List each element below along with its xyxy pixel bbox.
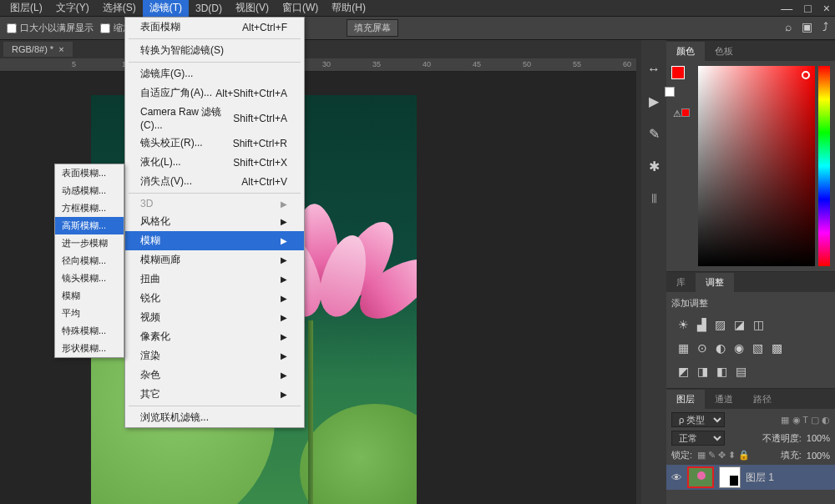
lock-option-icon[interactable]: ⬍ xyxy=(728,450,738,460)
fit-screen-checkbox[interactable]: 口大小以满屏显示 xyxy=(7,22,94,34)
tab-adjustments[interactable]: 调整 xyxy=(696,273,734,292)
visibility-icon[interactable]: 👁 xyxy=(671,471,682,484)
color-field[interactable] xyxy=(698,66,815,266)
document-tab-close-icon[interactable]: × xyxy=(58,44,63,54)
dock-icon-para[interactable]: ⫴ xyxy=(651,191,657,206)
minimize-icon[interactable]: — xyxy=(781,2,792,15)
tab-channels[interactable]: 通道 xyxy=(705,390,743,409)
layer-filter-icon[interactable]: ▢ xyxy=(811,415,822,425)
tab-paths[interactable]: 路径 xyxy=(743,390,782,409)
filter-menu-item[interactable]: 消失点(V)...Alt+Ctrl+V xyxy=(125,172,304,191)
menu-layer[interactable]: 图层(L) xyxy=(3,0,49,17)
lock-option-icon[interactable]: ✥ xyxy=(718,450,728,460)
tab-color[interactable]: 颜色 xyxy=(666,42,705,61)
blur-menu-item[interactable]: 径向模糊... xyxy=(55,252,124,270)
dock-icon-nav[interactable]: ↔ xyxy=(647,62,660,77)
filter-menu-item[interactable]: 风格化▶ xyxy=(125,212,304,231)
adjustment-preset-icon[interactable]: ▨ xyxy=(715,318,726,331)
blur-menu-item[interactable]: 镜头模糊... xyxy=(55,270,124,287)
layer-filter-icon[interactable]: ◉ xyxy=(792,415,803,425)
menu-filter[interactable]: 滤镜(T) xyxy=(143,0,189,17)
adjustment-preset-icon[interactable]: ◐ xyxy=(716,341,726,355)
layer-thumbnail[interactable] xyxy=(687,466,714,488)
filter-menu-item[interactable]: 模糊▶ xyxy=(125,231,304,250)
adjustment-preset-icon[interactable]: ▟ xyxy=(697,318,706,331)
adjustment-preset-icon[interactable]: ▩ xyxy=(772,341,782,355)
filter-menu-item[interactable]: 模糊画廊▶ xyxy=(125,250,304,270)
document-tab[interactable]: RGB/8#) * × xyxy=(3,42,73,57)
adjustment-preset-icon[interactable]: ⊙ xyxy=(697,341,707,355)
filter-menu-item[interactable]: 镜头校正(R)...Shift+Ctrl+R xyxy=(125,134,304,153)
dock-icon-play[interactable]: ▶ xyxy=(649,93,659,109)
maximize-icon[interactable]: □ xyxy=(804,2,811,15)
adjustment-preset-icon[interactable]: ▧ xyxy=(752,341,763,355)
gamut-swatch[interactable] xyxy=(681,108,690,117)
blur-menu-item[interactable]: 动感模糊... xyxy=(55,182,124,199)
close-icon[interactable]: × xyxy=(823,2,830,15)
adjustment-preset-icon[interactable]: ☀ xyxy=(678,318,689,331)
layer-name[interactable]: 图层 1 xyxy=(746,471,774,485)
lock-option-icon[interactable]: ▦ xyxy=(697,450,708,460)
fill-screen-button[interactable]: 填充屏幕 xyxy=(347,19,398,37)
foreground-color-swatch[interactable] xyxy=(671,66,685,79)
background-color-swatch[interactable] xyxy=(665,87,675,97)
filter-menu-item[interactable]: 浏览联机滤镜... xyxy=(125,408,304,427)
adjustment-preset-icon[interactable]: ▤ xyxy=(736,365,746,378)
lock-option-icon[interactable]: 🔒 xyxy=(738,450,750,460)
blur-menu-item[interactable]: 模糊 xyxy=(55,287,124,305)
menu-select[interactable]: 选择(S) xyxy=(96,0,143,17)
layer-filter-icon[interactable]: ◐ xyxy=(822,415,830,425)
filter-menu-item[interactable]: 杂色▶ xyxy=(125,365,304,385)
filter-menu-item[interactable]: 锐化▶ xyxy=(125,289,304,308)
mask-thumbnail[interactable] xyxy=(719,466,741,488)
layer-row[interactable]: 👁 图层 1 xyxy=(666,465,835,490)
menu-window[interactable]: 窗口(W) xyxy=(276,0,325,17)
adjustment-preset-icon[interactable]: ◧ xyxy=(716,365,727,378)
filter-menu-item[interactable]: 表面模糊Alt+Ctrl+F xyxy=(125,18,304,37)
filter-menu-item[interactable]: Camera Raw 滤镜(C)...Shift+Ctrl+A xyxy=(125,103,304,134)
blur-menu-item[interactable]: 方框模糊... xyxy=(55,199,124,217)
filter-menu-item[interactable]: 滤镜库(G)... xyxy=(125,64,304,83)
dock-icon-char[interactable]: ✱ xyxy=(649,159,660,174)
blur-menu-item[interactable]: 表面模糊... xyxy=(55,164,124,182)
adjustment-preset-icon[interactable]: ◪ xyxy=(734,318,745,331)
menu-3d[interactable]: 3D(D) xyxy=(189,1,229,16)
arrange-icon[interactable]: ▣ xyxy=(802,20,812,33)
blur-menu-item[interactable]: 高斯模糊... xyxy=(55,217,124,234)
opacity-value[interactable]: 100% xyxy=(807,433,830,443)
filter-menu-item[interactable]: 视频▶ xyxy=(125,308,304,327)
dock-icon-brush[interactable]: ✎ xyxy=(649,126,660,142)
blur-menu-item[interactable]: 形状模糊... xyxy=(55,340,124,357)
adjustment-preset-icon[interactable]: ◩ xyxy=(678,365,689,378)
layer-filter-icon[interactable]: T xyxy=(802,415,811,425)
filter-menu-item[interactable]: 自适应广角(A)...Alt+Shift+Ctrl+A xyxy=(125,83,304,103)
filter-menu-item[interactable]: 转换为智能滤镜(S) xyxy=(125,41,304,60)
hue-slider[interactable] xyxy=(818,66,830,266)
blur-menu-item[interactable]: 进一步模糊 xyxy=(55,234,124,252)
adjustment-preset-icon[interactable]: ◨ xyxy=(697,365,708,378)
filter-menu-item[interactable]: 3D▶ xyxy=(125,195,304,212)
gamut-warning-icon[interactable]: ⚠ xyxy=(673,108,681,119)
blur-menu-item[interactable]: 平均 xyxy=(55,305,124,322)
layer-filter-icon[interactable]: ▦ xyxy=(781,415,792,425)
menu-view[interactable]: 视图(V) xyxy=(229,0,276,17)
adjustment-preset-icon[interactable]: ◫ xyxy=(753,318,764,331)
filter-menu-item[interactable]: 液化(L)...Shift+Ctrl+X xyxy=(125,153,304,172)
blur-menu-item[interactable]: 特殊模糊... xyxy=(55,322,124,340)
menu-help[interactable]: 帮助(H) xyxy=(325,0,372,17)
search-icon[interactable]: ⌕ xyxy=(785,20,792,33)
share-icon[interactable]: ⤴ xyxy=(822,20,828,33)
filter-menu-item[interactable]: 渲染▶ xyxy=(125,346,304,365)
filter-menu-item[interactable]: 像素化▶ xyxy=(125,327,304,346)
filter-menu-item[interactable]: 其它▶ xyxy=(125,385,304,404)
tab-swatches[interactable]: 色板 xyxy=(705,42,743,61)
filter-menu-item[interactable]: 扭曲▶ xyxy=(125,270,304,289)
lock-option-icon[interactable]: ✎ xyxy=(708,450,718,460)
adjustment-preset-icon[interactable]: ▦ xyxy=(678,341,689,355)
tab-layers[interactable]: 图层 xyxy=(666,390,705,409)
menu-type[interactable]: 文字(Y) xyxy=(49,0,96,17)
fill-value[interactable]: 100% xyxy=(807,451,830,461)
adjustment-preset-icon[interactable]: ◉ xyxy=(734,341,744,355)
tab-libraries[interactable]: 库 xyxy=(666,273,696,292)
layer-kind-filter[interactable]: ρ 类型 xyxy=(671,412,725,427)
